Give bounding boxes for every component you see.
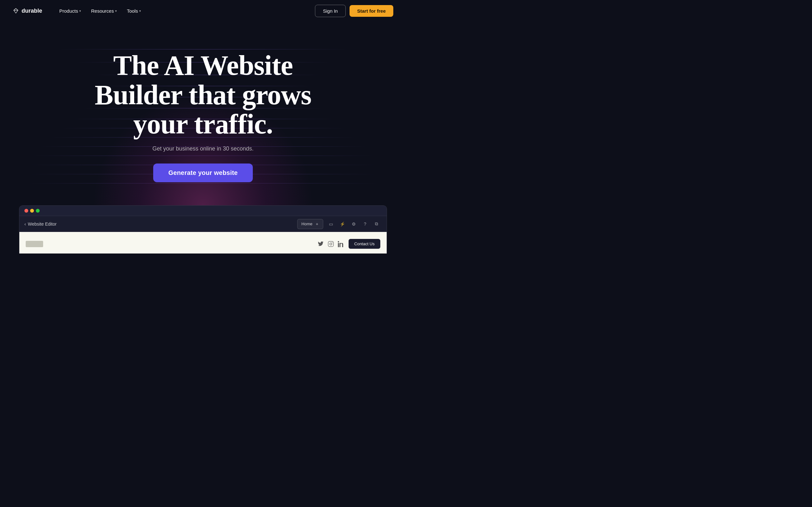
editor-toolbar: ‹ Website Editor Home ＋ ▭ ⚡ ⚙ ? bbox=[19, 216, 387, 232]
tools-label: Tools bbox=[127, 8, 138, 14]
navbar-right: Sign In Start for free bbox=[315, 5, 393, 17]
page-selector-plus-icon: ＋ bbox=[315, 221, 319, 227]
hero-subtitle: Get your business online in 30 seconds. bbox=[152, 146, 253, 152]
products-label: Products bbox=[59, 8, 78, 14]
back-chevron-icon: ‹ bbox=[24, 222, 26, 227]
question-icon: ? bbox=[364, 222, 366, 227]
traffic-light-green bbox=[36, 209, 40, 213]
settings-button[interactable]: ⚙ bbox=[349, 219, 359, 229]
toolbar-center: Home ＋ ▭ ⚡ ⚙ ? ⧉ bbox=[297, 219, 382, 229]
bg-line-0 bbox=[41, 49, 365, 49]
products-chevron-icon: ▾ bbox=[79, 9, 81, 13]
hero-section: The AI Website Builder that grows your t… bbox=[0, 21, 406, 205]
resources-label: Resources bbox=[91, 8, 114, 14]
durable-logo-icon bbox=[13, 8, 19, 14]
hero-title: The AI Website Builder that grows your t… bbox=[76, 51, 330, 139]
desktop-icon: ▭ bbox=[329, 222, 333, 227]
editor-back-button[interactable]: ‹ Website Editor bbox=[24, 222, 56, 227]
toolbar-icons: ▭ ⚡ ⚙ ? ⧉ bbox=[326, 219, 382, 229]
social-icons-preview bbox=[317, 241, 344, 247]
desktop-view-button[interactable]: ▭ bbox=[326, 219, 336, 229]
editor-content-preview: Contact Us bbox=[19, 232, 387, 253]
logo-text: durable bbox=[21, 8, 42, 14]
bg-line-10 bbox=[12, 156, 394, 156]
external-link-icon: ⧉ bbox=[375, 221, 378, 227]
navbar: durable Products ▾ Resources ▾ Tools ▾ S… bbox=[0, 0, 406, 21]
traffic-light-yellow bbox=[30, 209, 34, 213]
lightning-icon: ⚡ bbox=[340, 222, 345, 227]
tools-chevron-icon: ▾ bbox=[139, 9, 141, 13]
toolbar-left: ‹ Website Editor bbox=[24, 222, 56, 227]
browser-chrome bbox=[19, 206, 387, 216]
svg-point-2 bbox=[332, 242, 333, 243]
generate-button[interactable]: Generate your website bbox=[153, 164, 253, 182]
start-label: Start for free bbox=[357, 8, 386, 14]
navbar-left: durable Products ▾ Resources ▾ Tools ▾ bbox=[13, 6, 145, 16]
signin-button[interactable]: Sign In bbox=[315, 5, 346, 17]
external-link-button[interactable]: ⧉ bbox=[371, 219, 382, 229]
resources-chevron-icon: ▾ bbox=[115, 9, 117, 13]
gear-icon: ⚙ bbox=[352, 222, 356, 227]
contact-us-label: Contact Us bbox=[354, 241, 374, 246]
svg-rect-0 bbox=[328, 241, 334, 246]
page-selector[interactable]: Home ＋ bbox=[297, 219, 323, 229]
bg-line-13 bbox=[8, 183, 398, 183]
linkedin-icon[interactable] bbox=[338, 241, 344, 247]
signin-label: Sign In bbox=[323, 8, 338, 14]
start-button[interactable]: Start for free bbox=[350, 5, 393, 17]
logo-link[interactable]: durable bbox=[13, 8, 42, 14]
nav-items: Products ▾ Resources ▾ Tools ▾ bbox=[55, 6, 145, 16]
traffic-light-red bbox=[24, 209, 28, 213]
lightning-button[interactable]: ⚡ bbox=[337, 219, 347, 229]
page-label: Home bbox=[301, 222, 312, 226]
svg-point-1 bbox=[329, 243, 332, 245]
twitter-icon[interactable] bbox=[317, 241, 324, 247]
nav-products[interactable]: Products ▾ bbox=[55, 6, 85, 16]
nav-resources[interactable]: Resources ▾ bbox=[87, 6, 121, 16]
preview-logo-placeholder bbox=[26, 241, 43, 247]
editor-back-label: Website Editor bbox=[28, 222, 57, 227]
generate-label: Generate your website bbox=[168, 169, 238, 176]
browser-mockup: ‹ Website Editor Home ＋ ▭ ⚡ ⚙ ? bbox=[19, 205, 387, 253]
editor-nav-preview bbox=[26, 241, 43, 247]
nav-tools[interactable]: Tools ▾ bbox=[122, 6, 145, 16]
contact-us-button[interactable]: Contact Us bbox=[349, 239, 380, 249]
instagram-icon[interactable] bbox=[328, 241, 334, 247]
traffic-lights bbox=[24, 209, 40, 213]
help-button[interactable]: ? bbox=[360, 219, 370, 229]
